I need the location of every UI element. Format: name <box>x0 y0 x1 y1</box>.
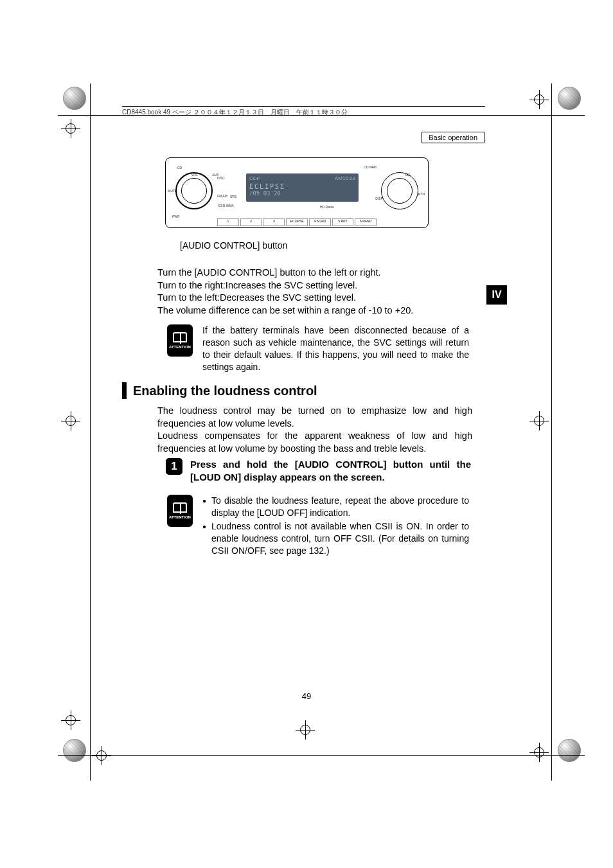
preset-2: 2 <box>240 218 262 226</box>
preset-5: 5 RPT <box>332 218 354 226</box>
loudness-description: The loudness control may be turned on to… <box>157 405 472 455</box>
faceplate-esn-label: ESN WMA <box>218 204 234 208</box>
crosshair-icon <box>529 90 549 109</box>
crosshair-icon <box>61 119 80 138</box>
loudness-p1: The loudness control may be turned on to… <box>157 405 472 430</box>
crosshair-icon <box>529 743 549 762</box>
attention-block-2: ATTENTION To disable the loudness featur… <box>167 495 469 558</box>
crop-hline-bottom <box>58 755 585 756</box>
display-cdp: CDP <box>249 175 260 181</box>
section-bar-icon <box>122 382 127 399</box>
svc-line-1: Turn the [AUDIO CONTROL] button to the l… <box>157 267 472 279</box>
attention-bullet-2: Loudness control is not available when C… <box>202 520 469 557</box>
attention-text-1: If the battery terminals have been disco… <box>202 324 469 373</box>
svc-line-4: The volume difference can be set within … <box>157 305 472 317</box>
preset-1: 1 <box>217 218 239 226</box>
faceplate-illustration: CD VOL MUTE PWR AUX DISC FM AM CD 8445 S… <box>165 157 429 228</box>
faceplate-srs-label: SRS <box>230 195 236 199</box>
display-track: ♪05 03'20 <box>246 190 359 197</box>
section-heading: Enabling the loudness control <box>122 382 317 399</box>
svc-line-3: Turn to the left:Decreases the SVC setti… <box>157 292 472 305</box>
preset-4: 4 SCAN <box>309 218 331 226</box>
attention-bullet-1: To disable the loudness feature, repeat … <box>202 495 469 519</box>
preset-button-row: 1 2 3 ECLIPSE 4 SCAN 5 RPT 6 RAND <box>217 218 377 226</box>
page-number: 49 <box>302 691 311 701</box>
attention-block-1: ATTENTION If the battery terminals have … <box>167 324 469 373</box>
audio-control-knob-icon <box>381 172 418 209</box>
faceplate-model-label: CD 8445 <box>364 165 377 169</box>
display-screen: CDP AM10:28 ECLIPSE ♪05 03'20 <box>246 173 359 202</box>
step-1-block: 1 Press and hold the [AUDIO CONTROL] but… <box>166 458 471 484</box>
attention-label: ATTENTION <box>169 345 191 349</box>
page-info-text: CD8445.book 49 ページ ２００４年１２月１３日 月曜日 午前１１時… <box>122 108 348 117</box>
preset-3: 3 <box>263 218 285 226</box>
crosshair-icon <box>61 411 80 430</box>
registration-sphere-tr <box>558 87 581 110</box>
attention-bullet-list: To disable the loudness feature, repeat … <box>202 495 469 556</box>
figure-caption: [AUDIO CONTROL] button <box>180 240 287 251</box>
crosshair-icon <box>529 411 549 430</box>
registration-sphere-br <box>558 739 581 762</box>
crosshair-icon <box>61 711 80 730</box>
crop-vline-right <box>551 84 552 781</box>
attention-icon: ATTENTION <box>167 495 193 527</box>
display-time: AM10:28 <box>335 175 355 181</box>
crosshair-icon <box>296 720 315 740</box>
display-brand: ECLIPSE <box>246 183 359 190</box>
faceplate-fmam-label: FM AM <box>217 194 227 198</box>
registration-sphere-tl <box>63 87 86 110</box>
section-title: Enabling the loudness control <box>133 384 317 398</box>
crop-vline-left <box>90 84 91 781</box>
chapter-label: Basic operation <box>422 132 484 143</box>
step-1-text: Press and hold the [AUDIO CONTROL] butto… <box>190 458 471 484</box>
section-tab: IV <box>486 285 507 305</box>
step-number-badge: 1 <box>166 458 182 475</box>
faceplate-disc-label: DISC <box>217 176 225 180</box>
faceplate-cd-label: CD <box>177 166 182 170</box>
faceplate-rtn-label: RTN <box>418 192 425 196</box>
registration-sphere-bl <box>63 739 86 762</box>
attention-icon: ATTENTION <box>167 324 193 357</box>
crosshair-icon <box>92 746 111 765</box>
preset-6: 6 RAND <box>355 218 377 226</box>
faceplate-pwr-label: PWR <box>172 215 180 218</box>
svc-line-2: Turn to the right:Increases the SVC sett… <box>157 279 472 292</box>
attention-label: ATTENTION <box>169 515 191 519</box>
faceplate-hd-label: HD Radio <box>320 205 334 209</box>
svc-instructions: Turn the [AUDIO CONTROL] button to the l… <box>157 267 472 317</box>
loudness-p2: Loudness compensates for the apparent we… <box>157 430 472 455</box>
volume-knob-icon <box>175 172 213 209</box>
preset-eclipse: ECLIPSE <box>286 218 308 226</box>
